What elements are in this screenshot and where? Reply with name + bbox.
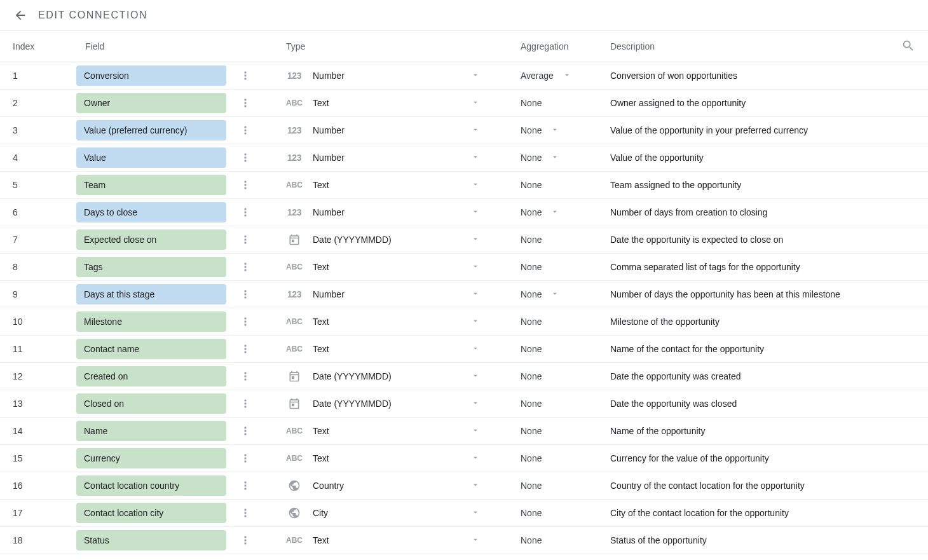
row-index: 1 xyxy=(13,71,76,81)
chevron-down-icon[interactable] xyxy=(550,125,559,136)
kebab-icon[interactable] xyxy=(238,396,253,411)
chevron-down-icon[interactable] xyxy=(471,180,480,191)
field-chip[interactable]: Value xyxy=(76,147,226,168)
chevron-down-icon[interactable] xyxy=(471,399,480,409)
chevron-down-icon[interactable] xyxy=(563,71,571,81)
type-label: Number xyxy=(313,289,461,299)
type-selector[interactable]: 123 Number xyxy=(286,207,505,218)
field-chip[interactable]: Contact name xyxy=(76,339,226,359)
aggregation-selector[interactable]: None xyxy=(505,153,601,163)
chevron-down-icon[interactable] xyxy=(471,207,480,218)
kebab-icon[interactable] xyxy=(238,505,253,521)
column-header-row: Index Field Type Aggregation Description xyxy=(0,31,928,62)
chevron-down-icon[interactable] xyxy=(471,371,480,382)
field-chip[interactable]: Expected close on xyxy=(76,229,226,250)
chevron-down-icon[interactable] xyxy=(550,289,559,300)
field-chip[interactable]: Closed on xyxy=(76,393,226,414)
type-selector[interactable]: ABC Text xyxy=(286,453,505,464)
description-text: Value of the opportunity xyxy=(601,153,890,163)
row-index: 5 xyxy=(13,180,76,190)
kebab-icon[interactable] xyxy=(238,232,253,247)
chevron-down-icon[interactable] xyxy=(550,153,559,163)
kebab-icon[interactable] xyxy=(238,451,253,466)
type-selector[interactable]: City xyxy=(286,507,505,519)
field-chip[interactable]: Conversion xyxy=(76,65,226,86)
chevron-down-icon[interactable] xyxy=(471,317,480,327)
chevron-down-icon[interactable] xyxy=(471,125,480,136)
aggregation-selector: None xyxy=(505,399,601,409)
type-selector[interactable]: ABC Text xyxy=(286,343,505,355)
field-chip[interactable]: Milestone xyxy=(76,311,226,332)
aggregation-label: None xyxy=(521,98,542,108)
type-selector[interactable]: Date (YYYYMMDD) xyxy=(286,234,505,245)
type-selector[interactable]: ABC Text xyxy=(286,425,505,437)
chevron-down-icon[interactable] xyxy=(550,207,559,218)
chevron-down-icon[interactable] xyxy=(471,426,480,437)
chevron-down-icon[interactable] xyxy=(471,71,480,81)
type-selector[interactable]: ABC Text xyxy=(286,179,505,191)
kebab-icon[interactable] xyxy=(238,177,253,193)
aggregation-selector[interactable]: None xyxy=(505,125,601,136)
field-chip[interactable]: Contact location city xyxy=(76,503,226,523)
field-chip[interactable]: Days to close xyxy=(76,202,226,222)
aggregation-selector[interactable]: None xyxy=(505,207,601,218)
kebab-icon[interactable] xyxy=(238,150,253,165)
type-selector[interactable]: Date (YYYYMMDD) xyxy=(286,398,505,409)
field-chip[interactable]: Owner xyxy=(76,93,226,113)
kebab-icon[interactable] xyxy=(238,123,253,138)
type-selector[interactable]: ABC Text xyxy=(286,97,505,109)
kebab-icon[interactable] xyxy=(238,287,253,302)
date-icon xyxy=(286,398,303,409)
kebab-icon[interactable] xyxy=(238,533,253,548)
col-header-type: Type xyxy=(286,41,505,51)
chevron-down-icon[interactable] xyxy=(471,535,480,546)
kebab-icon[interactable] xyxy=(238,478,253,493)
field-chip[interactable]: Days at this stage xyxy=(76,284,226,304)
type-selector[interactable]: ABC Text xyxy=(286,261,505,273)
kebab-icon[interactable] xyxy=(238,341,253,357)
chevron-down-icon[interactable] xyxy=(471,153,480,163)
kebab-icon[interactable] xyxy=(238,423,253,439)
kebab-icon[interactable] xyxy=(238,259,253,275)
type-selector[interactable]: Date (YYYYMMDD) xyxy=(286,371,505,382)
field-chip[interactable]: Team xyxy=(76,175,226,195)
type-selector[interactable]: Country xyxy=(286,480,505,491)
aggregation-label: None xyxy=(521,180,542,190)
chevron-down-icon[interactable] xyxy=(471,344,480,355)
field-chip[interactable]: Value (preferred currency) xyxy=(76,120,226,140)
field-chip[interactable]: Name xyxy=(76,421,226,441)
chevron-down-icon xyxy=(550,344,559,355)
search-icon[interactable] xyxy=(901,39,917,54)
type-selector[interactable]: ABC Text xyxy=(286,316,505,327)
kebab-icon[interactable] xyxy=(238,68,253,83)
chevron-down-icon[interactable] xyxy=(471,508,480,519)
aggregation-label: None xyxy=(521,153,542,163)
description-text: Name of the contact for the opportunity xyxy=(601,344,890,354)
chevron-down-icon[interactable] xyxy=(471,98,480,109)
type-selector[interactable]: 123 Number xyxy=(286,125,505,136)
chevron-down-icon[interactable] xyxy=(471,481,480,491)
field-chip[interactable]: Created on xyxy=(76,366,226,386)
field-chip[interactable]: Tags xyxy=(76,257,226,277)
aggregation-selector[interactable]: None xyxy=(505,289,601,300)
field-chip[interactable]: Currency xyxy=(76,448,226,468)
chevron-down-icon[interactable] xyxy=(471,453,480,464)
kebab-icon[interactable] xyxy=(238,205,253,220)
type-selector[interactable]: 123 Number xyxy=(286,289,505,300)
description-text: Currency for the value of the opportunit… xyxy=(601,453,890,463)
field-chip[interactable]: Contact location country xyxy=(76,475,226,496)
kebab-icon[interactable] xyxy=(238,369,253,384)
type-selector[interactable]: 123 Number xyxy=(286,152,505,163)
date-icon xyxy=(286,371,303,382)
field-chip[interactable]: Status xyxy=(76,530,226,550)
aggregation-selector[interactable]: Average xyxy=(505,71,601,81)
kebab-icon[interactable] xyxy=(238,314,253,329)
type-selector[interactable]: ABC Text xyxy=(286,535,505,546)
back-arrow-icon[interactable] xyxy=(13,8,28,23)
chevron-down-icon[interactable] xyxy=(471,289,480,300)
col-header-description: Description xyxy=(601,41,890,51)
chevron-down-icon[interactable] xyxy=(471,262,480,273)
type-selector[interactable]: 123 Number xyxy=(286,70,505,81)
kebab-icon[interactable] xyxy=(238,95,253,111)
chevron-down-icon[interactable] xyxy=(471,235,480,245)
